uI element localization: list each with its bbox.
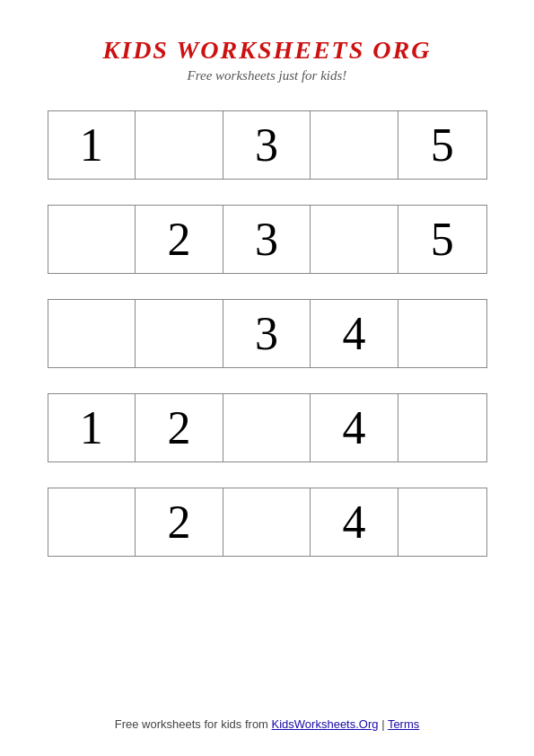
cell-2-4: [311, 206, 398, 273]
cell-2-1: [48, 206, 136, 273]
cell-4-2: 2: [136, 394, 223, 462]
number-row-3: 3 4: [48, 299, 487, 368]
cell-5-2: 2: [136, 488, 223, 556]
cell-3-1: [48, 300, 136, 367]
cell-1-2: [136, 111, 223, 179]
number-row-5: 2 4: [48, 488, 487, 557]
cell-3-2: [136, 300, 223, 367]
cell-5-5: [398, 488, 486, 556]
cell-5-3: [223, 488, 311, 556]
cell-1-3: 3: [223, 111, 311, 179]
footer-separator: |: [379, 717, 388, 731]
number-row-1: 1 3 5: [48, 110, 487, 180]
cell-3-4: 4: [311, 300, 398, 367]
terms-link[interactable]: Terms: [388, 717, 419, 731]
footer: Free worksheets for kids from KidsWorksh…: [0, 717, 534, 731]
site-subtitle: Free worksheets just for kids!: [188, 68, 347, 84]
cell-3-5: [398, 300, 486, 367]
cell-1-4: [311, 111, 398, 179]
footer-link[interactable]: KidsWorksheets.Org: [272, 717, 379, 731]
cell-4-5: [398, 394, 486, 462]
cell-2-2: 2: [136, 206, 223, 273]
cell-3-3: 3: [223, 300, 311, 367]
cell-1-5: 5: [398, 111, 486, 179]
page: KIDS WORKSHEETS ORG Free worksheets just…: [0, 0, 534, 756]
number-row-2: 2 3 5: [48, 205, 487, 274]
cell-4-3: [223, 394, 311, 462]
cell-5-1: [48, 488, 136, 556]
site-title: KIDS WORKSHEETS ORG: [103, 36, 432, 65]
cell-4-1: 1: [48, 394, 136, 462]
cell-5-4: 4: [311, 488, 398, 556]
number-row-4: 1 2 4: [48, 393, 487, 462]
cell-1-1: 1: [48, 111, 136, 179]
cell-2-5: 5: [398, 206, 486, 273]
cell-2-3: 3: [223, 206, 311, 273]
cell-4-4: 4: [311, 394, 398, 462]
footer-text: Free worksheets for kids from: [115, 717, 272, 731]
